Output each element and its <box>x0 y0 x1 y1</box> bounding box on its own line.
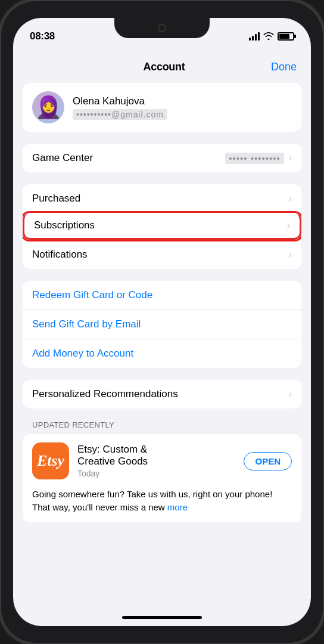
profile-section: 🧕 Olena Kahujova ••••••••••@gmail.com <box>23 83 301 132</box>
purchased-label: Purchased <box>32 193 289 205</box>
app-row: Etsy Etsy: Custom &Creative Goods Today … <box>23 434 301 488</box>
game-center-row[interactable]: Game Center ••••• •••••••• › <box>23 144 301 172</box>
notch-camera <box>158 24 166 32</box>
notifications-row[interactable]: Notifications › <box>23 240 301 269</box>
app-section: Etsy Etsy: Custom &Creative Goods Today … <box>23 434 301 522</box>
app-icon: Etsy <box>32 442 69 479</box>
recommendations-label: Personalized Recommendations <box>32 388 289 400</box>
done-button[interactable]: Done <box>271 61 297 73</box>
game-center-value: ••••• •••••••• <box>225 153 284 164</box>
notifications-label: Notifications <box>32 249 289 261</box>
profile-name: Olena Kahujova <box>73 95 167 107</box>
subscriptions-highlight: Subscriptions › <box>23 213 301 240</box>
phone-frame: 08:38 <box>0 0 324 644</box>
status-time: 08:38 <box>30 30 55 42</box>
chevron-icon: › <box>289 193 292 204</box>
add-money-label: Add Money to Account <box>32 348 292 360</box>
wifi-icon <box>263 32 274 42</box>
open-button[interactable]: OPEN <box>244 452 292 470</box>
notch <box>114 18 210 38</box>
app-date: Today <box>77 469 235 478</box>
nav-bar: Account Done <box>13 54 311 83</box>
page-title: Account <box>144 61 185 73</box>
chevron-icon: › <box>287 220 290 231</box>
recommendations-section: Personalized Recommendations › <box>23 380 301 408</box>
screen: 08:38 <box>13 18 311 626</box>
app-description: Going somewhere fun? Take us with us, ri… <box>23 488 301 522</box>
chevron-icon: › <box>289 389 292 400</box>
subscriptions-row[interactable]: Subscriptions › <box>23 213 301 240</box>
chevron-icon: › <box>289 249 292 260</box>
recommendations-row[interactable]: Personalized Recommendations › <box>23 380 301 408</box>
signal-icon <box>249 32 260 41</box>
profile-row[interactable]: 🧕 Olena Kahujova ••••••••••@gmail.com <box>23 83 301 132</box>
redeem-gift-card-label: Redeem Gift Card or Code <box>32 289 292 301</box>
purchases-section: Purchased › Subscriptions › Notification… <box>23 184 301 269</box>
updated-recently-label: UPDATED RECENTLY <box>13 420 311 434</box>
game-center-label: Game Center <box>32 152 225 164</box>
send-gift-card-row[interactable]: Send Gift Card by Email <box>23 309 301 339</box>
avatar: 🧕 <box>32 91 64 123</box>
home-indicator <box>122 616 202 619</box>
profile-email: ••••••••••@gmail.com <box>73 109 167 120</box>
content: Account Done 🧕 Olena Kahujova ••••••••••… <box>13 49 311 534</box>
send-gift-card-label: Send Gift Card by Email <box>32 318 292 330</box>
status-icons <box>249 32 294 42</box>
add-money-row[interactable]: Add Money to Account <box>23 339 301 368</box>
purchased-row[interactable]: Purchased › <box>23 184 301 213</box>
battery-icon <box>278 32 294 41</box>
chevron-icon: › <box>289 153 292 163</box>
subscriptions-label: Subscriptions <box>34 219 287 231</box>
links-section: Redeem Gift Card or Code Send Gift Card … <box>23 281 301 368</box>
more-link[interactable]: more <box>167 502 188 512</box>
game-center-section: Game Center ••••• •••••••• › <box>23 144 301 172</box>
redeem-gift-card-row[interactable]: Redeem Gift Card or Code <box>23 281 301 309</box>
app-name: Etsy: Custom &Creative Goods <box>77 444 235 468</box>
